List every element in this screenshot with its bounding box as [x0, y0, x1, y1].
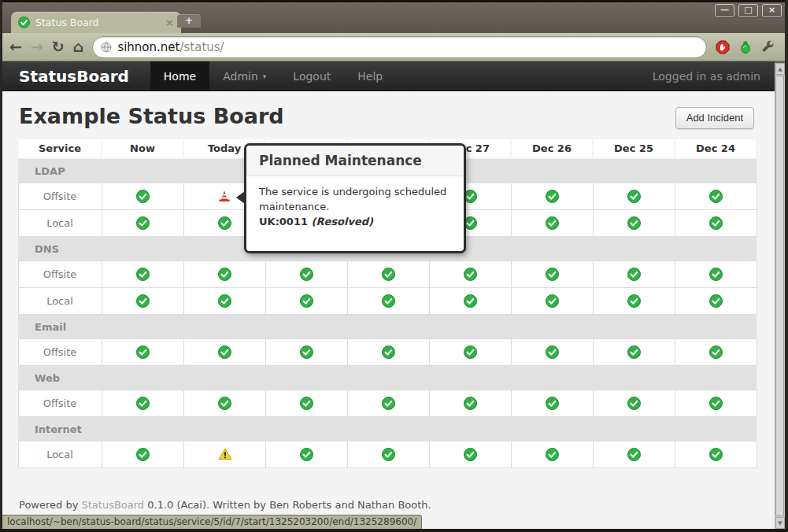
status-cell: [347, 441, 429, 468]
status-ok-icon[interactable]: [136, 345, 150, 359]
tab-close-icon[interactable]: ×: [165, 17, 174, 28]
reload-icon[interactable]: ↻: [52, 39, 65, 54]
minimize-button[interactable]: —: [715, 4, 734, 17]
service-label: Offsite: [18, 390, 102, 417]
address-bar[interactable]: sihnon.net/status/: [92, 36, 707, 58]
status-ok-icon[interactable]: [136, 190, 150, 203]
status-cell: [102, 339, 183, 366]
status-ok-icon[interactable]: [546, 190, 559, 203]
service-row: Local: [18, 288, 757, 315]
status-ok-icon[interactable]: [218, 397, 231, 410]
nav-item-label: Home: [164, 70, 196, 83]
nav-item-label: Help: [357, 70, 383, 83]
adblock-stop-icon[interactable]: [716, 40, 730, 54]
status-ok-icon[interactable]: [464, 448, 477, 461]
window-border-bottom: [0, 529, 788, 532]
status-ok-icon[interactable]: [136, 216, 150, 230]
home-icon[interactable]: ⌂: [73, 39, 84, 54]
status-ok-icon[interactable]: [546, 448, 559, 461]
nav-item-logout[interactable]: Logout: [279, 61, 344, 91]
status-ok-icon[interactable]: [218, 216, 231, 230]
status-ok-icon[interactable]: [546, 216, 559, 230]
status-cell: [183, 441, 265, 468]
service-label: Offsite: [18, 183, 102, 210]
scrollbar-thumb[interactable]: [775, 76, 784, 516]
globe-icon: [101, 42, 112, 53]
status-ok-icon[interactable]: [546, 345, 559, 359]
forward-icon[interactable]: →: [31, 39, 43, 54]
status-cell: [675, 183, 757, 210]
status-ok-icon[interactable]: [136, 448, 150, 461]
status-ok-icon[interactable]: [464, 294, 477, 308]
browser-tab[interactable]: Status Board ×: [11, 12, 181, 33]
incident-resolution: (Resolved): [308, 216, 373, 227]
status-ok-icon[interactable]: [300, 294, 313, 308]
status-ok-icon[interactable]: [218, 268, 231, 281]
close-button[interactable]: ×: [762, 4, 782, 17]
status-ok-icon[interactable]: [627, 448, 641, 461]
status-ok-icon[interactable]: [464, 397, 477, 410]
status-cell: [429, 390, 511, 417]
status-ok-icon[interactable]: [300, 397, 313, 410]
status-ok-icon[interactable]: [627, 397, 641, 410]
status-ok-icon[interactable]: [218, 345, 231, 359]
incident-tooltip: Planned Maintenance The service is under…: [244, 143, 466, 253]
status-ok-icon[interactable]: [546, 397, 559, 410]
status-ok-icon[interactable]: [136, 268, 150, 281]
new-tab-button[interactable]: +: [177, 14, 201, 28]
group-label: Internet: [18, 417, 757, 441]
footer-app-link[interactable]: StatusBoard: [81, 499, 144, 511]
status-ok-icon[interactable]: [627, 345, 641, 359]
status-ok-icon[interactable]: [136, 294, 150, 308]
status-cell: [347, 288, 429, 315]
back-icon[interactable]: ←: [9, 39, 22, 54]
status-ok-icon[interactable]: [546, 268, 559, 281]
vertical-scrollbar[interactable]: ▲ ▼: [775, 63, 785, 529]
status-ok-icon[interactable]: [382, 294, 395, 308]
scroll-down-icon[interactable]: ▼: [775, 517, 785, 529]
status-ok-icon[interactable]: [627, 294, 641, 308]
status-ok-icon[interactable]: [382, 448, 395, 461]
status-ok-icon[interactable]: [627, 268, 641, 281]
status-ok-icon[interactable]: [709, 190, 723, 203]
wrench-icon[interactable]: [761, 40, 775, 54]
nav-item-help[interactable]: Help: [344, 61, 396, 91]
service-label: Local: [18, 441, 102, 468]
status-cell: [593, 183, 675, 210]
service-label: Local: [18, 288, 102, 315]
status-ok-icon[interactable]: [136, 397, 150, 410]
scroll-up-icon[interactable]: ▲: [775, 63, 785, 75]
status-ok-icon[interactable]: [709, 397, 723, 410]
status-ok-icon[interactable]: [382, 268, 395, 281]
status-ok-icon[interactable]: [709, 294, 723, 308]
add-incident-button[interactable]: Add Incident: [675, 107, 754, 129]
warning-icon[interactable]: [218, 448, 231, 461]
group-row: Web: [18, 366, 757, 390]
status-cell: [183, 390, 265, 417]
status-ok-icon[interactable]: [627, 190, 641, 203]
status-ok-icon[interactable]: [709, 448, 723, 461]
status-ok-icon[interactable]: [627, 216, 641, 230]
status-ok-icon[interactable]: [709, 345, 723, 359]
status-ok-icon[interactable]: [218, 294, 231, 308]
status-ok-icon[interactable]: [709, 216, 723, 230]
maintenance-cone-icon[interactable]: [218, 190, 231, 203]
nav-item-home[interactable]: Home: [150, 61, 209, 91]
status-cell: [102, 390, 183, 417]
status-ok-icon[interactable]: [300, 448, 313, 461]
nav-item-admin[interactable]: Admin▾: [209, 61, 279, 91]
status-ok-icon[interactable]: [709, 268, 723, 281]
status-ok-icon[interactable]: [546, 294, 559, 308]
url-path: /status/: [179, 40, 224, 54]
status-ok-icon[interactable]: [464, 345, 477, 359]
window-border-right: [785, 0, 788, 532]
status-ok-icon[interactable]: [300, 268, 313, 281]
brand-logo[interactable]: StatusBoard: [19, 67, 129, 86]
status-ok-icon[interactable]: [300, 345, 313, 359]
maximize-button[interactable]: □: [738, 4, 758, 17]
status-ok-icon[interactable]: [382, 345, 395, 359]
extension-green-icon[interactable]: [740, 40, 751, 54]
status-ok-icon[interactable]: [464, 268, 477, 281]
status-ok-icon[interactable]: [382, 397, 395, 410]
url-text: sihnon.net/status/: [117, 40, 224, 54]
